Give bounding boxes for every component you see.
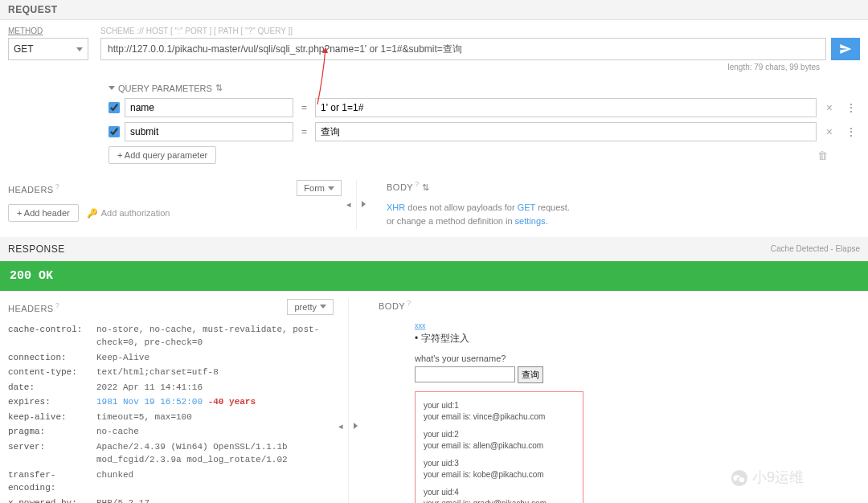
- collapse-left-button[interactable]: ◂: [342, 180, 356, 229]
- request-title: REQUEST: [8, 4, 58, 15]
- sort-icon: ⇅: [422, 182, 430, 192]
- query-param-row: = × ⋮: [108, 98, 860, 117]
- help-icon[interactable]: ?: [55, 182, 60, 190]
- method-value: GET: [14, 43, 34, 55]
- response-section-header: RESPONSE Cache Detected - Elapse: [0, 237, 868, 261]
- preview-title: 字符型注入: [415, 332, 868, 346]
- param-value-input[interactable]: [315, 122, 817, 141]
- sqli-result-item: your uid:1your email is: vince@pikachu.c…: [424, 400, 575, 423]
- headers-form-select[interactable]: Form: [297, 180, 342, 196]
- response-header-row: expires:1981 Nov 19 16:52:00 -40 years: [8, 395, 334, 409]
- response-header-row: transfer-encoding:chunked: [8, 468, 334, 495]
- body-title: BODY? ⇅: [387, 180, 430, 193]
- response-title: RESPONSE: [8, 243, 65, 255]
- status-bar: 200 OK: [0, 261, 868, 291]
- chevron-right-icon: [354, 423, 358, 429]
- sqli-result-item: your uid:4your email is: grady@pikachu.c…: [424, 487, 575, 504]
- pretty-select[interactable]: pretty: [287, 299, 334, 315]
- preview-link[interactable]: xxx: [415, 321, 426, 329]
- chevron-down-icon: [320, 305, 326, 309]
- username-input[interactable]: [415, 366, 515, 382]
- chevron-down-icon: [328, 186, 334, 190]
- key-icon: 🔑: [87, 208, 98, 219]
- response-header-row: x-powered-by:PHP/5.2.17: [8, 497, 334, 503]
- response-header-row: server:Apache/2.4.39 (Win64) OpenSSL/1.1…: [8, 440, 334, 467]
- param-name-input[interactable]: [125, 122, 293, 141]
- headers-title: HEADERS?: [8, 182, 59, 194]
- param-name-input[interactable]: [125, 98, 293, 117]
- query-param-row: = × ⋮: [108, 122, 860, 141]
- add-authorization-link[interactable]: 🔑Add authorization: [87, 208, 170, 219]
- chevron-down-icon: [76, 47, 83, 51]
- request-section-header: REQUEST: [0, 0, 868, 20]
- more-icon[interactable]: ⋮: [842, 101, 860, 114]
- url-length-info: length: 79 chars, 99 bytes: [100, 63, 860, 72]
- query-params-label: QUERY PARAMETERS: [118, 84, 212, 93]
- sqli-results-box: your uid:1your email is: vince@pikachu.c…: [415, 391, 583, 504]
- method-url-row: METHOD GET SCHEME :// HOST [ ":" PORT ] …: [0, 20, 868, 78]
- help-icon[interactable]: ?: [55, 301, 60, 309]
- cache-detected-info: Cache Detected - Elapse: [771, 244, 860, 253]
- sort-icon: ⇅: [215, 83, 223, 93]
- chevron-right-icon: [362, 201, 366, 207]
- more-icon[interactable]: ⋮: [842, 125, 860, 138]
- search-button[interactable]: 查询: [518, 366, 543, 383]
- sqli-result-item: your uid:2your email is: allen@pikachu.c…: [424, 429, 575, 452]
- sqli-result-item: your uid:3your email is: kobe@pikachu.co…: [424, 458, 575, 481]
- add-query-parameter-button[interactable]: + Add query parameter: [108, 146, 216, 164]
- param-value-input[interactable]: [315, 98, 817, 117]
- param-checkbox[interactable]: [108, 126, 120, 137]
- add-header-button[interactable]: + Add header: [8, 204, 79, 222]
- equals-sign: =: [298, 126, 310, 137]
- equals-sign: =: [298, 102, 310, 113]
- query-params-toggle[interactable]: QUERY PARAMETERS ⇅: [108, 78, 860, 98]
- chevron-down-icon: [108, 86, 115, 90]
- delete-icon[interactable]: ×: [821, 125, 837, 138]
- query-parameters-section: QUERY PARAMETERS ⇅ = × ⋮ = × ⋮ + Add que…: [100, 78, 868, 172]
- send-icon: [839, 43, 852, 55]
- help-icon[interactable]: ?: [415, 180, 420, 188]
- trash-icon[interactable]: 🗑: [817, 149, 828, 162]
- request-middle-row: HEADERS? Form + Add header 🔑Add authoriz…: [0, 172, 868, 237]
- response-header-row: cache-control:no-store, no-cache, must-r…: [8, 323, 334, 350]
- response-header-row: date:2022 Apr 11 14:41:16: [8, 381, 334, 395]
- delete-icon[interactable]: ×: [821, 101, 837, 114]
- response-header-row: pragma:no-cache: [8, 425, 334, 439]
- response-headers-title: HEADERS?: [8, 301, 59, 313]
- url-scheme-label: SCHEME :// HOST [ ":" PORT ] [ PATH [ "?…: [100, 27, 860, 35]
- response-header-row: connection:Keep-Alive: [8, 351, 334, 365]
- response-headers-list: cache-control:no-store, no-cache, must-r…: [8, 323, 334, 503]
- help-icon[interactable]: ?: [407, 299, 411, 307]
- body-message: XHR does not allow payloads for GET requ…: [387, 201, 860, 229]
- collapse-left-button[interactable]: ◂: [334, 299, 348, 503]
- send-button[interactable]: [831, 38, 860, 60]
- method-select[interactable]: GET: [8, 38, 88, 60]
- preview-question: what's your username?: [415, 354, 868, 363]
- expand-right-button[interactable]: [349, 299, 362, 503]
- response-body-title: BODY?: [379, 299, 411, 311]
- method-label: METHOD: [8, 27, 92, 35]
- response-header-row: keep-alive:timeout=5, max=100: [8, 411, 334, 424]
- response-body-preview: xxx 字符型注入 what's your username? 查询 your …: [379, 319, 868, 504]
- param-checkbox[interactable]: [108, 102, 120, 113]
- response-header-row: content-type:text/html;charset=utf-8: [8, 366, 334, 379]
- expand-right-button[interactable]: [357, 180, 371, 229]
- url-input[interactable]: [100, 38, 826, 60]
